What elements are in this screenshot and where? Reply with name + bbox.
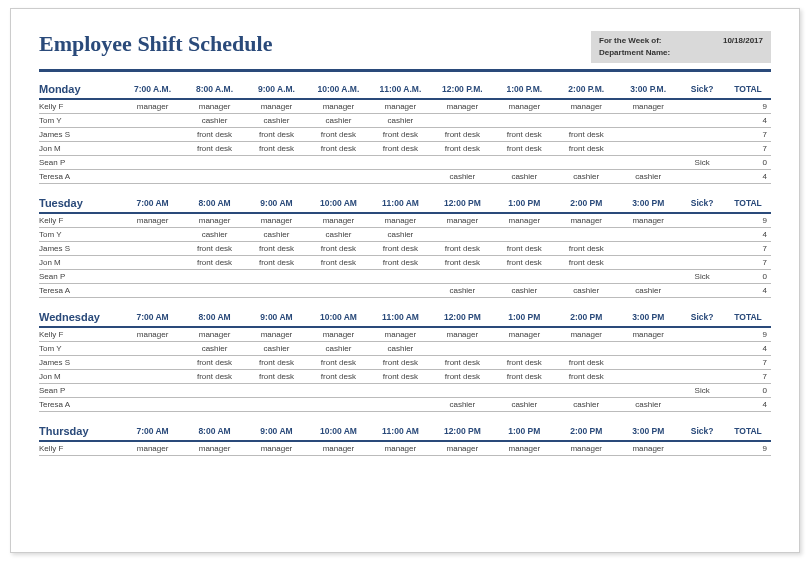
- meta-week-label: For the Week of:: [599, 35, 662, 47]
- shift-cell: [184, 398, 246, 412]
- shift-cell: front desk: [493, 256, 555, 270]
- shift-cell: manager: [307, 441, 369, 456]
- shift-cell: manager: [617, 441, 679, 456]
- schedule-page: Employee Shift Schedule For the Week of:…: [10, 8, 800, 553]
- day-table: Monday7:00 A.M.8:00 A.M.9:00 A.M.10:00 A…: [39, 80, 771, 184]
- shift-cell: [617, 156, 679, 170]
- meta-dept: Department Name:: [599, 47, 763, 59]
- sick-cell: [679, 370, 725, 384]
- employee-name: Teresa A: [39, 284, 122, 298]
- sick-header: Sick?: [679, 80, 725, 99]
- shift-cell: cashier: [555, 398, 617, 412]
- sick-cell: [679, 342, 725, 356]
- shift-cell: [617, 342, 679, 356]
- employee-name: Teresa A: [39, 170, 122, 184]
- day-table: Thursday7:00 AM8:00 AM9:00 AM10:00 AM11:…: [39, 422, 771, 456]
- shift-cell: manager: [246, 441, 308, 456]
- shift-cell: [493, 384, 555, 398]
- shift-cell: [184, 284, 246, 298]
- shift-cell: [122, 228, 184, 242]
- shift-cell: [122, 128, 184, 142]
- shift-cell: front desk: [307, 356, 369, 370]
- shift-cell: [555, 228, 617, 242]
- meta-dept-label: Department Name:: [599, 47, 670, 59]
- meta-week: For the Week of: 10/18/2017: [599, 35, 763, 47]
- shift-cell: [431, 228, 493, 242]
- table-row: Kelly Fmanagermanagermanagermanagermanag…: [39, 327, 771, 342]
- time-header: 11:00 AM: [369, 422, 431, 441]
- shift-cell: [307, 384, 369, 398]
- shift-cell: front desk: [555, 370, 617, 384]
- shift-cell: [122, 398, 184, 412]
- time-header: 1:00 PM: [493, 422, 555, 441]
- time-header: 3:00 P.M.: [617, 80, 679, 99]
- shift-cell: [246, 156, 308, 170]
- employee-name: James S: [39, 356, 122, 370]
- shift-cell: cashier: [431, 284, 493, 298]
- shift-cell: manager: [122, 441, 184, 456]
- shift-cell: [369, 284, 431, 298]
- time-header: 2:00 PM: [555, 308, 617, 327]
- shift-cell: front desk: [307, 142, 369, 156]
- table-row: Teresa Acashiercashiercashiercashier4: [39, 284, 771, 298]
- table-row: Tom Ycashiercashiercashiercashier4: [39, 342, 771, 356]
- employee-name: Jon M: [39, 142, 122, 156]
- shift-cell: [369, 156, 431, 170]
- shift-cell: front desk: [184, 242, 246, 256]
- shift-cell: front desk: [431, 256, 493, 270]
- time-header: 3:00 PM: [617, 308, 679, 327]
- shift-cell: [369, 170, 431, 184]
- shift-cell: front desk: [493, 142, 555, 156]
- shift-cell: [617, 256, 679, 270]
- shift-cell: cashier: [307, 342, 369, 356]
- total-cell: 7: [725, 256, 771, 270]
- shift-cell: cashier: [369, 114, 431, 128]
- shift-cell: [184, 156, 246, 170]
- time-header: 8:00 A.M.: [184, 80, 246, 99]
- shift-cell: manager: [493, 441, 555, 456]
- shift-cell: [431, 156, 493, 170]
- shift-cell: [122, 284, 184, 298]
- shift-cell: [122, 156, 184, 170]
- shift-cell: [122, 142, 184, 156]
- shift-cell: [184, 170, 246, 184]
- shift-cell: [369, 384, 431, 398]
- shift-cell: [617, 270, 679, 284]
- shift-cell: [493, 228, 555, 242]
- table-row: Sean PSick0: [39, 270, 771, 284]
- time-header: 1:00 PM: [493, 308, 555, 327]
- table-row: Kelly Fmanagermanagermanagermanagermanag…: [39, 441, 771, 456]
- total-cell: 0: [725, 384, 771, 398]
- shift-cell: manager: [493, 327, 555, 342]
- table-row: Teresa Acashiercashiercashiercashier4: [39, 398, 771, 412]
- shift-cell: [555, 114, 617, 128]
- shift-cell: front desk: [246, 356, 308, 370]
- shift-cell: cashier: [493, 398, 555, 412]
- total-header: TOTAL: [725, 80, 771, 99]
- shift-cell: manager: [184, 213, 246, 228]
- shift-cell: front desk: [493, 128, 555, 142]
- employee-name: Sean P: [39, 156, 122, 170]
- total-cell: 9: [725, 213, 771, 228]
- shift-cell: front desk: [555, 242, 617, 256]
- total-cell: 7: [725, 370, 771, 384]
- sick-header: Sick?: [679, 308, 725, 327]
- sick-cell: [679, 256, 725, 270]
- shift-cell: cashier: [184, 228, 246, 242]
- meta-week-value: 10/18/2017: [723, 35, 763, 47]
- time-header: 1:00 PM: [493, 194, 555, 213]
- shift-cell: [555, 342, 617, 356]
- sick-cell: Sick: [679, 384, 725, 398]
- shift-cell: [122, 270, 184, 284]
- sick-cell: Sick: [679, 156, 725, 170]
- shift-cell: front desk: [246, 242, 308, 256]
- employee-name: James S: [39, 128, 122, 142]
- shift-cell: [122, 256, 184, 270]
- shift-cell: [122, 114, 184, 128]
- shift-cell: front desk: [555, 356, 617, 370]
- shift-cell: manager: [369, 327, 431, 342]
- total-cell: 4: [725, 114, 771, 128]
- shift-cell: cashier: [493, 170, 555, 184]
- shift-cell: manager: [246, 99, 308, 114]
- header-rule: [39, 69, 771, 72]
